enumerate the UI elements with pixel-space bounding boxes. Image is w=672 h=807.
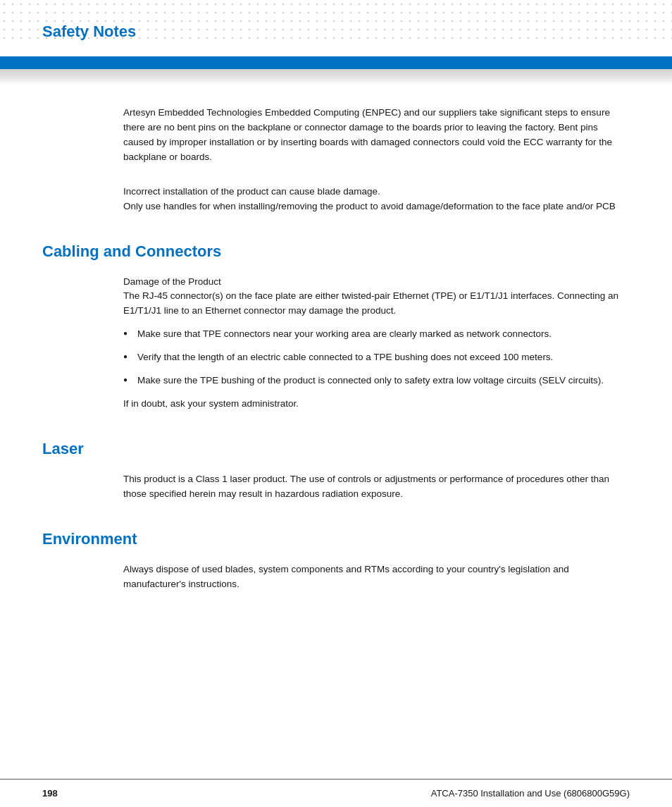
footer-page-number: 198 bbox=[42, 788, 58, 799]
page-footer: 198 ATCA-7350 Installation and Use (6806… bbox=[0, 779, 672, 807]
top-pattern-area: Safety Notes bbox=[0, 0, 672, 56]
bullet-item-1: Make sure that TPE connectors near your … bbox=[123, 327, 630, 342]
installation-note: Incorrect installation of the product ca… bbox=[123, 185, 630, 214]
bullet-item-2: Verify that the length of an electric ca… bbox=[123, 350, 630, 365]
environment-heading: Environment bbox=[42, 530, 630, 548]
main-content: Artesyn Embedded Technologies Embedded C… bbox=[0, 85, 672, 641]
bullet-item-3: Make sure the TPE bushing of the product… bbox=[123, 374, 630, 388]
intro-paragraph-1: Artesyn Embedded Technologies Embedded C… bbox=[123, 106, 630, 165]
page-title-area: Safety Notes bbox=[42, 23, 136, 41]
environment-body: Always dispose of used blades, system co… bbox=[123, 562, 630, 592]
cabling-intro-line2: The RJ-45 connector(s) on the face plate… bbox=[123, 290, 618, 316]
cabling-intro-line1: Damage of the Product bbox=[123, 276, 221, 287]
page-title: Safety Notes bbox=[42, 23, 136, 40]
cabling-heading: Cabling and Connectors bbox=[42, 242, 630, 261]
laser-heading: Laser bbox=[42, 440, 630, 458]
installation-note-line1: Incorrect installation of the product ca… bbox=[123, 186, 380, 197]
footer-document-title: ATCA-7350 Installation and Use (6806800G… bbox=[431, 788, 630, 799]
cabling-footer: If in doubt, ask your system administrat… bbox=[123, 397, 630, 412]
laser-section: Laser This product is a Class 1 laser pr… bbox=[123, 440, 630, 502]
cabling-intro: Damage of the Product The RJ-45 connecto… bbox=[123, 275, 630, 319]
environment-section: Environment Always dispose of used blade… bbox=[123, 530, 630, 592]
cabling-bullet-list: Make sure that TPE connectors near your … bbox=[123, 327, 630, 388]
gray-stripe bbox=[0, 69, 672, 85]
blue-divider-bar bbox=[0, 56, 672, 69]
laser-body: This product is a Class 1 laser product.… bbox=[123, 472, 630, 502]
cabling-section: Cabling and Connectors Damage of the Pro… bbox=[123, 242, 630, 412]
installation-note-line2: Only use handles for when installing/rem… bbox=[123, 201, 616, 211]
